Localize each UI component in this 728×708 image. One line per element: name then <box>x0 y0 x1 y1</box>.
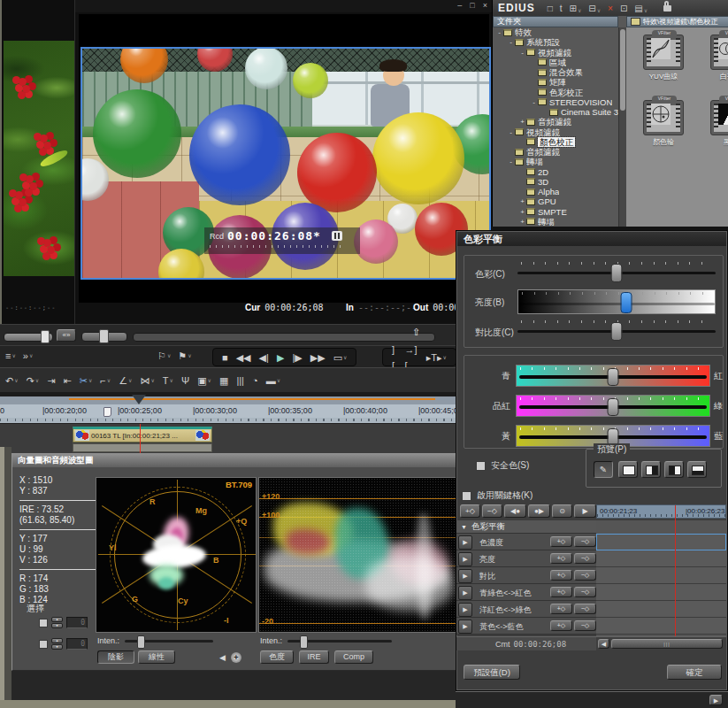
tree-expander[interactable]: + <box>518 217 526 227</box>
expander-icon[interactable]: ▶ <box>458 569 472 583</box>
preview-video-frame[interactable]: Rcd 00:00:26:08* <box>80 47 491 280</box>
tree-item[interactable]: 顏色校正 <box>493 137 618 147</box>
playhead-handle[interactable] <box>132 395 146 404</box>
線性-button[interactable]: 線性 <box>138 650 175 664</box>
center-playhead-icon[interactable]: ⊙ <box>552 504 572 518</box>
select-value-field[interactable]: 0 <box>66 638 88 650</box>
layout-single-icon[interactable] <box>618 461 638 478</box>
tree-item[interactable]: Cinema Suite 3.0 <box>493 107 618 117</box>
select-value-field[interactable]: 0 <box>66 617 88 628</box>
scroll-left-button[interactable]: ◀ <box>598 639 609 649</box>
keyframe-lane[interactable] <box>596 550 726 567</box>
next-keyframe-icon[interactable]: ●▶ <box>528 504 550 518</box>
keyframe-row[interactable]: ▶洋紅色<->綠色+◇−◇ <box>456 601 596 618</box>
preview-jog-thumb[interactable] <box>99 329 109 343</box>
close-icon[interactable]: × <box>483 1 487 10</box>
ok-button[interactable]: 確定 <box>667 665 722 680</box>
track-patch-icon[interactable]: ≡∨ <box>5 348 16 364</box>
add-keyframe-button[interactable]: +◇ <box>550 604 572 614</box>
fast-forward-icon[interactable]: ▶▶ <box>310 350 326 366</box>
prev-keyframe-icon[interactable]: ◀● <box>504 504 526 518</box>
step-back-icon[interactable]: ◀| <box>259 350 269 366</box>
keyframe-ruler[interactable]: 00:00:21;23 |00:00:26;23 <box>596 504 726 519</box>
expander-icon[interactable]: ▶ <box>458 620 472 634</box>
remove-keyframe-button[interactable]: −◇ <box>574 604 596 614</box>
checkbox-icon[interactable] <box>476 461 486 471</box>
tree-item[interactable]: 混合效果 <box>493 67 618 77</box>
layout-split-right-icon[interactable] <box>641 461 661 478</box>
shuttle-center-icon[interactable]: ⇧ <box>412 327 420 338</box>
tree-expander[interactable]: - <box>518 48 526 58</box>
remove-keyframe-button[interactable]: −◇ <box>574 536 596 547</box>
Comp-button[interactable]: Comp <box>334 650 373 664</box>
timeline-tracks[interactable]: 00163 TL [In:00:00:21;23 ... <box>0 423 456 453</box>
scrollbar-thumb[interactable]: ||| <box>611 639 723 649</box>
safe-color-checkbox[interactable]: 安全色(S) <box>476 459 529 472</box>
keyframe-enable-checkbox[interactable]: 啟用關鍵格(K) <box>462 489 533 502</box>
keyframe-row[interactable]: ▶青綠色<->紅色+◇−◇ <box>456 584 596 601</box>
checkbox-icon[interactable] <box>462 491 471 501</box>
effect-thumb[interactable]: VFilter顏色輪 <box>637 100 690 147</box>
slider-thumb[interactable] <box>611 264 623 282</box>
timeline-clip[interactable]: 00163 TL [In:00:00:21;23 ... <box>73 427 212 442</box>
keyframe-lane[interactable] <box>596 584 726 601</box>
delete-icon[interactable]: × <box>608 4 613 13</box>
scope-titlebar[interactable]: 向量圖和音頻波型圖 <box>12 454 456 467</box>
keyframe-row[interactable]: ▶對比+◇−◇ <box>456 567 596 584</box>
tree-item[interactable]: +SMPTE <box>493 207 618 217</box>
tree-item[interactable]: 3D <box>493 177 618 187</box>
marker-icon[interactable] <box>103 407 111 417</box>
scroll-right-button[interactable]: ▶ <box>709 695 723 705</box>
tree-expander[interactable]: - <box>507 157 515 166</box>
maximize-icon[interactable]: □ <box>470 1 474 10</box>
insert-mode-icon[interactable]: ⇥ <box>47 373 55 389</box>
陰影-button[interactable]: 陰影 <box>97 650 134 664</box>
position-track[interactable] <box>133 333 435 342</box>
add-keyframe-button[interactable]: +◇ <box>550 536 572 547</box>
tree-item[interactable]: 區域 <box>493 58 618 67</box>
minimize-icon[interactable]: – <box>457 1 462 10</box>
color-gradient-bar[interactable] <box>516 365 710 387</box>
default-button[interactable]: 預設值(D) <box>464 665 520 680</box>
spinner-buttons[interactable]: ▴▾ <box>51 617 63 628</box>
clip-audio-strip[interactable] <box>73 443 212 452</box>
spinner-buttons[interactable]: ▴▾ <box>51 638 63 650</box>
step-forward-icon[interactable]: |▶ <box>292 350 302 366</box>
色度-button[interactable]: 色度 <box>260 650 294 664</box>
tree-expander[interactable]: + <box>518 196 526 206</box>
view-mode-icon[interactable]: ▤∨ <box>634 4 648 13</box>
remove-keyframe-button[interactable]: −◇ <box>574 570 596 581</box>
add-keyframe-button[interactable]: +◇ <box>550 587 572 597</box>
add-keyframe-button[interactable]: +◇ <box>550 553 572 564</box>
razor-icon[interactable]: ✂∨ <box>80 373 93 389</box>
remove-keyframe-button[interactable]: −◇ <box>574 620 596 631</box>
ripple-icon[interactable]: ⌐∨ <box>100 373 111 389</box>
properties-icon[interactable]: ⊡ <box>620 4 627 13</box>
亮度(B)-slider[interactable] <box>517 289 716 314</box>
play-icon[interactable]: ▶ <box>277 350 284 366</box>
trim-mode-icon[interactable]: ▸T▸∨ <box>426 350 447 366</box>
effect-thumb[interactable]: VFilter黑白 <box>704 100 728 147</box>
tree-item[interactable]: Alpha <box>493 187 618 196</box>
remove-keyframe-icon[interactable]: −◇ <box>482 504 502 518</box>
tree-item[interactable]: -視頻濾鏡 <box>493 127 618 137</box>
tree-expander[interactable]: - <box>507 37 515 47</box>
expander-icon[interactable]: ▶ <box>458 586 472 600</box>
source-jog-thumb[interactable] <box>41 330 50 343</box>
mixer-icon[interactable]: ||| <box>236 373 244 389</box>
tree-item[interactable]: 矩陣 <box>493 77 618 87</box>
export-frame-icon[interactable]: ▣∨ <box>197 373 211 389</box>
tree-item[interactable]: 音頻濾鏡 <box>493 147 618 157</box>
tree-item[interactable]: 2D <box>493 167 618 177</box>
folder-panel-header[interactable]: 文件夾 <box>493 16 618 27</box>
nav-left-icon[interactable]: ◀ <box>219 653 226 662</box>
intensity-slider[interactable] <box>287 640 392 643</box>
redo-icon[interactable]: ↷∨ <box>27 373 40 389</box>
ruler-scale[interactable]: 0|00:00:20;00|00:00:25;00|00:00:30;00|00… <box>0 404 456 418</box>
對比度(C)-slider[interactable] <box>517 319 716 341</box>
loop-play-icon[interactable]: ▭∨ <box>333 350 348 366</box>
transition-icon[interactable]: ⋈∨ <box>140 373 154 389</box>
tree-item[interactable]: +GPU <box>493 196 618 206</box>
slider-thumb[interactable] <box>608 368 619 386</box>
tree-expander[interactable]: + <box>518 207 526 217</box>
